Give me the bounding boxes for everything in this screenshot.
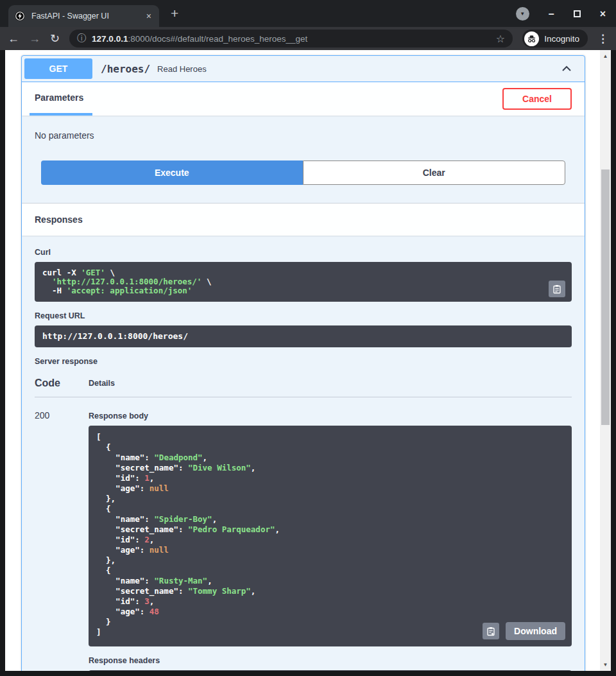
incognito-icon bbox=[524, 31, 539, 46]
copy-curl-button[interactable] bbox=[549, 281, 565, 297]
no-parameters-text: No parameters bbox=[22, 116, 585, 141]
operation-summary-bar[interactable]: GET /heroes/ Read Heroes bbox=[22, 56, 585, 82]
response-body-actions: Download bbox=[483, 622, 565, 640]
back-button[interactable]: ← bbox=[8, 33, 19, 44]
new-tab-button[interactable]: + bbox=[171, 6, 178, 21]
operation-summary: Read Heroes bbox=[157, 64, 207, 74]
reload-button[interactable]: ↻ bbox=[50, 33, 60, 44]
maximize-button[interactable] bbox=[574, 10, 581, 17]
status-code: 200 bbox=[35, 410, 89, 671]
bookmark-star-icon[interactable]: ☆ bbox=[496, 33, 505, 45]
scrollbar-up-icon[interactable]: ▲ bbox=[600, 53, 611, 59]
copy-response-button[interactable] bbox=[483, 623, 499, 639]
request-url-label: Request URL bbox=[35, 311, 572, 320]
browser-tab[interactable]: FastAPI - Swagger UI × bbox=[8, 5, 159, 27]
browser-toolbar: ← → ↻ ⓘ 127.0.0.1:8000/docs#/default/rea… bbox=[0, 27, 616, 50]
fastapi-favicon-icon bbox=[15, 11, 25, 21]
tab-close-icon[interactable]: × bbox=[145, 11, 153, 21]
page-scrollbar[interactable]: ▲ ▼ bbox=[600, 50, 611, 671]
response-table-header: Code Details bbox=[35, 371, 572, 397]
window-titlebar: FastAPI - Swagger UI × + ▼ – × bbox=[0, 0, 616, 27]
tab-search-icon[interactable]: ▼ bbox=[516, 7, 529, 21]
details-column-header: Details bbox=[89, 379, 572, 388]
operation-block: GET /heroes/ Read Heroes Parameters Canc… bbox=[21, 55, 585, 671]
method-badge: GET bbox=[24, 58, 92, 79]
url-bar[interactable]: ⓘ 127.0.0.1:8000/docs#/default/read_hero… bbox=[69, 30, 513, 48]
forward-button[interactable]: → bbox=[29, 33, 40, 44]
incognito-label: Incognito bbox=[544, 34, 579, 44]
url-text: 127.0.0.1:8000/docs#/default/read_heroes… bbox=[92, 34, 490, 44]
request-url-block: http://127.0.0.1:8000/heroes/ bbox=[35, 325, 572, 347]
scrollbar-thumb[interactable] bbox=[601, 169, 610, 425]
execute-button[interactable]: Execute bbox=[41, 160, 303, 185]
scrollbar-down-icon[interactable]: ▼ bbox=[600, 662, 611, 668]
responses-header: Responses bbox=[22, 204, 585, 236]
response-body-block: [ { "name": "Deadpond", "secret_name": "… bbox=[89, 426, 572, 646]
responses-section: Curl curl -X 'GET' \ 'http://127.0.0.1:8… bbox=[22, 236, 585, 671]
response-headers-label: Response headers bbox=[89, 656, 572, 665]
curl-command: curl -X 'GET' \ 'http://127.0.0.1:8000/h… bbox=[42, 268, 564, 295]
response-headers-block: content-length: 205content-type: applica… bbox=[89, 670, 572, 671]
page-content: GET /heroes/ Read Heroes Parameters Canc… bbox=[5, 50, 600, 671]
tab-title: FastAPI - Swagger UI bbox=[31, 12, 145, 21]
clear-button[interactable]: Clear bbox=[303, 160, 566, 185]
url-host: 127.0.0.1 bbox=[92, 34, 128, 44]
response-body-json: [ { "name": "Deadpond", "secret_name": "… bbox=[96, 432, 564, 637]
site-info-icon[interactable]: ⓘ bbox=[77, 33, 86, 44]
incognito-badge: Incognito bbox=[522, 30, 588, 48]
cancel-button[interactable]: Cancel bbox=[502, 88, 572, 110]
tab-parameters[interactable]: Parameters bbox=[30, 82, 92, 116]
minimize-button[interactable]: – bbox=[549, 11, 554, 17]
curl-code-block: curl -X 'GET' \ 'http://127.0.0.1:8000/h… bbox=[35, 262, 572, 302]
parameters-header: Parameters Cancel bbox=[22, 82, 585, 116]
server-response-label: Server response bbox=[35, 357, 572, 366]
response-details-cell: Response body [ { "name": "Deadpond", "s… bbox=[89, 410, 572, 671]
operation-path: /heroes/ bbox=[101, 63, 150, 75]
execute-row: Execute Clear bbox=[22, 141, 585, 204]
response-body-label: Response body bbox=[89, 412, 572, 420]
request-url-value: http://127.0.0.1:8000/heroes/ bbox=[42, 331, 564, 342]
url-path: :8000/docs#/default/read_heroes_heroes__… bbox=[128, 34, 307, 44]
close-window-button[interactable]: × bbox=[600, 8, 606, 20]
curl-label: Curl bbox=[35, 248, 572, 257]
download-button[interactable]: Download bbox=[506, 622, 565, 640]
code-column-header: Code bbox=[35, 377, 89, 389]
collapse-chevron-icon[interactable] bbox=[560, 62, 573, 75]
response-row: 200 Response body [ { "name": "Deadpond"… bbox=[35, 397, 572, 671]
browser-menu-icon[interactable]: ⋮ bbox=[597, 32, 608, 46]
